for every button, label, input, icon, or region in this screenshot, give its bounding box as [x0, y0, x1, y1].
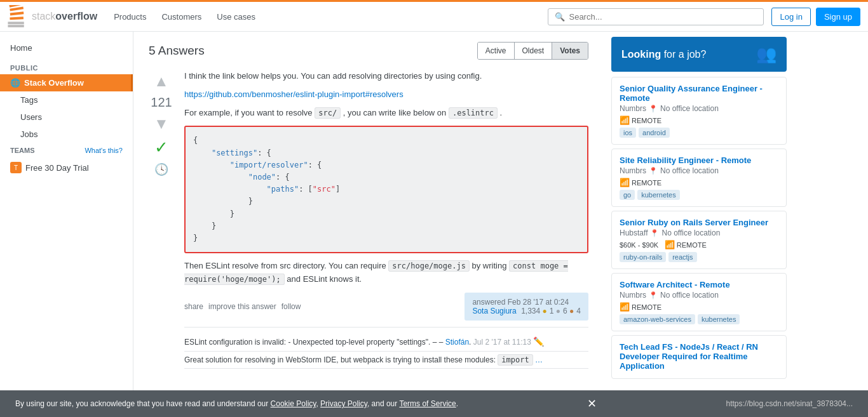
edit-icon: ✏️	[533, 336, 544, 347]
history-icon[interactable]: 🕓	[154, 162, 168, 176]
search-input[interactable]	[569, 12, 757, 22]
bronze-badge-count: 4	[576, 307, 581, 315]
sidebar-item-users[interactable]: Users	[0, 109, 133, 126]
main-content: 5 Answers Active Oldest Votes ▲ 121 ▼ ✓ …	[133, 32, 604, 417]
comment-1-user[interactable]: Stiofán	[445, 338, 469, 347]
vote-count: 121	[151, 95, 172, 110]
job-card-2: Senior Ruby on Rails Server Engineer Hub…	[611, 211, 787, 269]
signup-button[interactable]: Sign up	[816, 8, 860, 26]
src-hoge-code: src/hoge/moge.js	[388, 260, 470, 272]
follow-link[interactable]: follow	[281, 302, 301, 311]
logo[interactable]: stackoverflow	[8, 5, 97, 28]
nav-customers[interactable]: Customers	[155, 8, 208, 25]
job-tag[interactable]: ios	[620, 128, 636, 138]
sort-oldest-button[interactable]: Oldest	[515, 43, 553, 59]
vote-up-button[interactable]: ▲	[150, 70, 173, 93]
job-card-0: Senior Quality Assurance Engineer - Remo…	[611, 77, 787, 145]
location-icon-1: 📍	[649, 167, 658, 175]
job-title-0[interactable]: Senior Quality Assurance Engineer - Remo…	[620, 84, 778, 103]
login-button[interactable]: Log in	[771, 8, 810, 26]
job-title-3[interactable]: Software Architect - Remote	[620, 280, 778, 289]
svg-rect-3	[10, 11, 24, 15]
answers-header: 5 Answers Active Oldest Votes	[149, 42, 588, 60]
job-tag[interactable]: kubernetes	[698, 314, 740, 324]
answers-title: 5 Answers	[149, 44, 205, 58]
job-company-0: Numbrs 📍 No office location	[620, 104, 778, 113]
svg-rect-1	[8, 25, 24, 27]
left-sidebar: Home PUBLIC 🌐 Stack Overflow Tags Users …	[0, 32, 133, 417]
svg-rect-0	[8, 22, 24, 24]
sidebar-item-free-trial[interactable]: T Free 30 Day Trial	[0, 158, 133, 177]
sidebar-whats-this[interactable]: What's this?	[85, 147, 123, 154]
nav-products[interactable]: Products	[107, 8, 153, 25]
job-company-2: Hubstaff 📍 No office location	[620, 228, 778, 237]
job-tags-0: ios android	[620, 128, 778, 138]
answer-body: I think the link below helps you. You ca…	[184, 70, 588, 369]
cookie-bar: By using our site, you acknowledge that …	[0, 390, 868, 417]
job-company-1: Numbrs 📍 No office location	[620, 166, 778, 175]
answer-link[interactable]: https://github.com/benmosher/eslint-plug…	[184, 89, 403, 99]
svg-rect-2	[10, 17, 24, 20]
accepted-checkmark-icon: ✓	[154, 138, 168, 157]
gold-badge-icon: ●	[543, 307, 547, 315]
answer-link-p: https://github.com/benmosher/eslint-plug…	[184, 88, 588, 102]
vote-down-button[interactable]: ▼	[150, 112, 173, 135]
sidebar-item-stackoverflow[interactable]: 🌐 Stack Overflow	[0, 74, 133, 91]
job-tag[interactable]: amazon-web-services	[620, 314, 695, 324]
src-inline-code: src/	[315, 107, 341, 119]
sidebar-teams-label: TEAMS	[10, 147, 35, 154]
job-card-1: Site Reliability Engineer - Remote Numbr…	[611, 149, 787, 207]
globe-icon: 🌐	[10, 78, 20, 88]
comment-ellipsis[interactable]: …	[535, 355, 543, 364]
gold-badge-count: 1	[550, 307, 554, 315]
share-link[interactable]: share	[184, 302, 203, 311]
job-banner: Looking for a job? 👥	[611, 37, 787, 72]
cookie-policy-link[interactable]: Cookie Policy	[271, 399, 316, 408]
improve-answer-link[interactable]: improve this answer	[208, 302, 276, 311]
wifi-icon-1: 📶	[620, 178, 630, 187]
wifi-icon-3: 📶	[620, 302, 630, 312]
privacy-policy-link[interactable]: Privacy Policy	[320, 399, 367, 408]
sidebar-item-home[interactable]: Home	[0, 39, 133, 56]
import-code: import	[498, 354, 532, 366]
job-tag[interactable]: go	[620, 190, 635, 200]
job-title-2[interactable]: Senior Ruby on Rails Server Engineer	[620, 218, 778, 227]
job-title-4[interactable]: Tech Lead FS - NodeJs / React / RN Devel…	[620, 342, 778, 371]
nav-buttons: Log in Sign up	[771, 8, 860, 26]
comment-1: ESLint configuration is invalid: - Unexp…	[184, 333, 588, 352]
nav-links: Products Customers Use cases	[107, 8, 548, 25]
job-tag[interactable]: reactjs	[668, 252, 696, 262]
sidebar-teams-row: TEAMS What's this?	[0, 143, 133, 158]
silver-badge-count: 6	[563, 307, 567, 315]
sidebar-item-tags[interactable]: Tags	[0, 91, 133, 109]
cookie-close-button[interactable]: ✕	[587, 397, 597, 411]
location-icon-0: 📍	[649, 105, 658, 113]
comments-section: ESLint configuration is invalid: - Unexp…	[184, 327, 588, 369]
sort-active-button[interactable]: Active	[478, 43, 515, 59]
eslintrc-inline-code: .eslintrc	[449, 107, 498, 119]
job-tags-1: go kubernetes	[620, 190, 778, 200]
user-rep: 1,334	[521, 307, 540, 315]
job-tag[interactable]: ruby-on-rails	[620, 252, 666, 262]
answer-text-1: I think the link below helps you. You ca…	[184, 70, 588, 83]
job-remote-2: $60K - $90K 📶 REMOTE	[620, 240, 778, 249]
location-icon-3: 📍	[649, 291, 658, 300]
job-title-1[interactable]: Site Reliability Engineer - Remote	[620, 156, 778, 165]
job-tags-2: ruby-on-rails reactjs	[620, 252, 778, 262]
sidebar-item-jobs[interactable]: Jobs	[0, 126, 133, 143]
svg-rect-4	[10, 6, 24, 11]
comment-2: Great solution for resolving in WebStorm…	[184, 352, 588, 369]
job-tag[interactable]: kubernetes	[637, 190, 679, 200]
search-bar[interactable]: 🔍	[548, 8, 764, 25]
answer-meta-row: share improve this answer follow answere…	[184, 293, 588, 321]
wifi-icon-2: 📶	[665, 240, 675, 249]
job-tag[interactable]: android	[639, 128, 670, 138]
terms-link[interactable]: Terms of Service	[399, 399, 456, 408]
user-link[interactable]: Sota Sugiura	[472, 307, 516, 315]
nav-use-cases[interactable]: Use cases	[210, 8, 262, 25]
answer-actions: share improve this answer follow	[184, 302, 301, 311]
cookie-url: https://blog.csdn.net/sinat_3878304...	[726, 399, 853, 408]
sort-votes-button[interactable]: Votes	[552, 43, 588, 59]
location-icon-2: 📍	[650, 229, 659, 237]
answered-date: answered Feb 28 '17 at 0:24	[472, 298, 569, 307]
